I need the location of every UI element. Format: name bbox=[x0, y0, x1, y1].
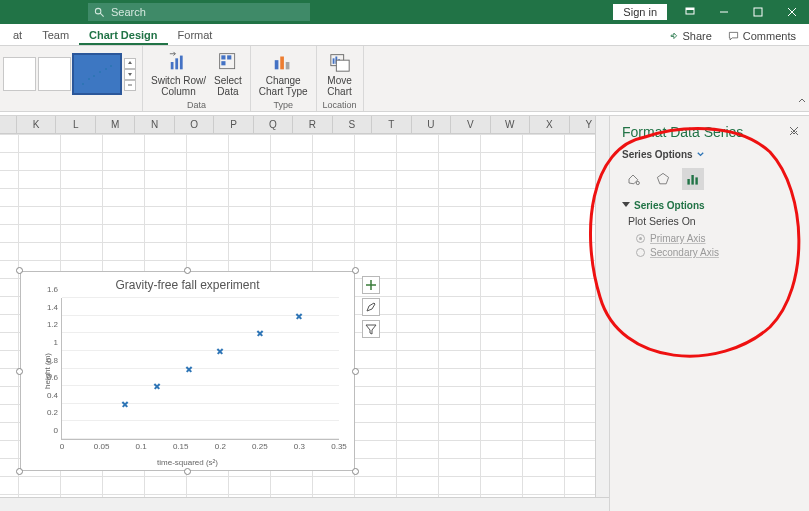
search-icon bbox=[94, 7, 105, 18]
svg-rect-16 bbox=[275, 60, 279, 69]
data-group-label: Data bbox=[187, 100, 206, 111]
svg-rect-10 bbox=[175, 58, 178, 69]
column-header[interactable]: P bbox=[214, 116, 253, 133]
column-header[interactable]: T bbox=[372, 116, 411, 133]
pentagon-icon bbox=[655, 171, 671, 187]
effects-tab[interactable] bbox=[652, 168, 674, 190]
series-options-section[interactable]: Series Options bbox=[622, 200, 799, 211]
resize-handle[interactable] bbox=[16, 468, 23, 475]
column-header[interactable]: Q bbox=[254, 116, 293, 133]
ribbon-display-options[interactable] bbox=[673, 0, 707, 24]
series-options-dropdown[interactable]: Series Options bbox=[622, 149, 799, 160]
plot-area[interactable]: 00.20.40.60.811.21.41.600.050.10.150.20.… bbox=[61, 298, 339, 440]
plot-series-on-label: Plot Series On bbox=[628, 215, 799, 227]
chart-elements-button[interactable] bbox=[362, 276, 380, 294]
location-group: Move Chart Location bbox=[317, 46, 364, 111]
column-header[interactable]: X bbox=[530, 116, 569, 133]
tab-chart-design[interactable]: Chart Design bbox=[79, 25, 167, 45]
move-chart-button[interactable]: Move Chart bbox=[325, 51, 353, 97]
sign-in-button[interactable]: Sign in bbox=[613, 4, 667, 20]
switch-icon bbox=[168, 51, 190, 73]
embedded-chart[interactable]: Gravity-free fall experiment height (m) … bbox=[20, 271, 355, 471]
chart-styles-gallery[interactable] bbox=[2, 54, 136, 94]
column-header[interactable]: W bbox=[491, 116, 530, 133]
column-header[interactable]: V bbox=[451, 116, 490, 133]
switch-row-column-button[interactable]: Switch Row/ Column bbox=[149, 51, 208, 97]
svg-rect-18 bbox=[286, 62, 290, 69]
share-button[interactable]: Share bbox=[660, 27, 718, 45]
ribbon-tabs: at Team Chart Design Format Share Commen… bbox=[0, 24, 809, 46]
resize-handle[interactable] bbox=[352, 468, 359, 475]
pane-title: Format Data Series bbox=[622, 124, 799, 140]
column-header[interactable]: N bbox=[135, 116, 174, 133]
comment-icon bbox=[728, 31, 739, 42]
svg-rect-30 bbox=[687, 179, 689, 185]
share-icon bbox=[667, 31, 678, 42]
style-thumb-2[interactable] bbox=[38, 57, 71, 91]
style-thumb-1[interactable] bbox=[3, 57, 36, 91]
move-chart-icon bbox=[329, 51, 351, 73]
resize-handle[interactable] bbox=[16, 267, 23, 274]
column-header[interactable]: K bbox=[17, 116, 56, 133]
radio-icon bbox=[636, 248, 645, 257]
horizontal-scrollbar[interactable] bbox=[0, 497, 609, 511]
tab-team[interactable]: Team bbox=[32, 25, 79, 45]
data-point[interactable] bbox=[256, 330, 263, 337]
paint-bucket-icon bbox=[625, 171, 641, 187]
column-header[interactable]: M bbox=[96, 116, 135, 133]
svg-rect-13 bbox=[221, 55, 225, 59]
data-point[interactable] bbox=[185, 365, 192, 372]
change-chart-type-button[interactable]: Change Chart Type bbox=[257, 51, 310, 97]
maximize-button[interactable] bbox=[741, 0, 775, 24]
brush-icon bbox=[365, 301, 377, 313]
chart-filters-button[interactable] bbox=[362, 320, 380, 338]
resize-handle[interactable] bbox=[184, 468, 191, 475]
x-axis-label[interactable]: time-squared (s²) bbox=[21, 458, 354, 467]
column-header[interactable]: O bbox=[175, 116, 214, 133]
data-point[interactable] bbox=[217, 347, 224, 354]
svg-rect-17 bbox=[280, 57, 284, 70]
ribbon: Switch Row/ Column Select Data Data Chan… bbox=[0, 46, 809, 112]
fill-and-line-tab[interactable] bbox=[622, 168, 644, 190]
vertical-scrollbar[interactable] bbox=[595, 116, 609, 497]
data-point[interactable] bbox=[296, 312, 303, 319]
titlebar: Search Sign in bbox=[0, 0, 809, 24]
secondary-axis-radio[interactable]: Secondary Axis bbox=[636, 247, 799, 258]
gallery-scroll[interactable] bbox=[124, 58, 136, 91]
svg-rect-31 bbox=[691, 175, 693, 185]
column-header[interactable]: U bbox=[412, 116, 451, 133]
resize-handle[interactable] bbox=[16, 368, 23, 375]
column-headers: KLMNOPQRSTUVWXY bbox=[0, 116, 609, 134]
data-point[interactable] bbox=[153, 383, 160, 390]
tab-format[interactable]: Format bbox=[168, 25, 223, 45]
tab-partial[interactable]: at bbox=[3, 25, 32, 45]
resize-handle[interactable] bbox=[352, 267, 359, 274]
data-group: Switch Row/ Column Select Data Data bbox=[143, 46, 251, 111]
svg-rect-9 bbox=[170, 62, 173, 69]
chart-title[interactable]: Gravity-free fall experiment bbox=[21, 278, 354, 292]
resize-handle[interactable] bbox=[352, 368, 359, 375]
data-point[interactable] bbox=[122, 400, 129, 407]
minimize-button[interactable] bbox=[707, 0, 741, 24]
column-header[interactable]: L bbox=[56, 116, 95, 133]
comments-button[interactable]: Comments bbox=[721, 27, 803, 45]
series-options-tab[interactable] bbox=[682, 168, 704, 190]
change-chart-type-icon bbox=[272, 51, 294, 73]
svg-rect-3 bbox=[686, 8, 694, 10]
select-data-button[interactable]: Select Data bbox=[212, 51, 244, 97]
svg-rect-11 bbox=[179, 56, 182, 70]
pane-close-button[interactable] bbox=[789, 126, 801, 138]
search-input[interactable]: Search bbox=[88, 3, 310, 21]
style-thumb-selected[interactable] bbox=[73, 54, 121, 94]
worksheet[interactable]: KLMNOPQRSTUVWXY Gravity-free fall experi… bbox=[0, 116, 609, 511]
column-header[interactable]: S bbox=[333, 116, 372, 133]
close-button[interactable] bbox=[775, 0, 809, 24]
resize-handle[interactable] bbox=[184, 267, 191, 274]
primary-axis-radio[interactable]: Primary Axis bbox=[636, 233, 799, 244]
chart-styles-button[interactable] bbox=[362, 298, 380, 316]
column-header[interactable]: R bbox=[293, 116, 332, 133]
svg-marker-29 bbox=[657, 173, 668, 183]
collapse-ribbon-button[interactable] bbox=[797, 92, 807, 110]
location-group-label: Location bbox=[323, 100, 357, 111]
svg-point-28 bbox=[636, 181, 639, 184]
